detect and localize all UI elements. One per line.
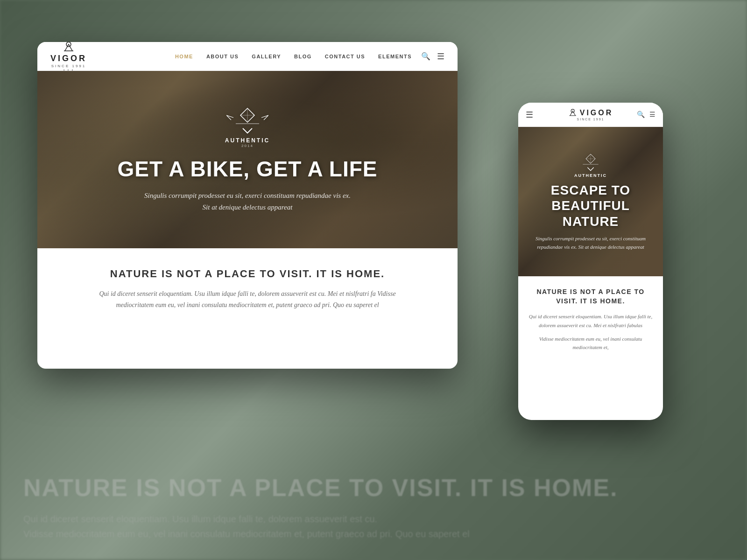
nav-link-blog[interactable]: BLOG	[294, 54, 312, 59]
nav-link-contact[interactable]: CONTACT US	[325, 54, 365, 59]
mobile-mountain-icon	[568, 108, 578, 118]
mobile-section-text-2: Vidisse mediocritatem eum eu, vel inani …	[528, 335, 654, 352]
desktop-navbar: VIGOR SINCE 1991 • • • HOME ABOUT US GAL…	[37, 42, 458, 71]
mobile-badge-text: AUTHENTIC	[574, 173, 607, 178]
desktop-brand-tagline: SINCE 1991	[51, 64, 86, 68]
desktop-nav-icons: 🔍 ☰	[421, 51, 444, 62]
search-icon[interactable]: 🔍	[421, 52, 430, 61]
mobile-badge-svg	[577, 152, 605, 173]
mobile-nav-right: 🔍 ☰	[637, 111, 655, 119]
mobile-more-icon[interactable]: ☰	[649, 111, 655, 119]
desktop-logo: VIGOR SINCE 1991 • • •	[50, 42, 87, 72]
nav-link-elements[interactable]: ELEMENTS	[378, 54, 412, 59]
mobile-content-section: NATURE IS NOT A PLACE TO VISIT. IT IS HO…	[518, 276, 663, 361]
badge-svg-icon	[226, 106, 268, 136]
mobile-mockup: ☰ VIGOR SINCE 1991 🔍 ☰	[518, 103, 663, 420]
nav-link-gallery[interactable]: GALLERY	[252, 54, 281, 59]
mobile-hero: AUTHENTIC ESCAPE TO BEAUTIFUL NATURE Sin…	[518, 127, 663, 276]
desktop-hero-subtitle: Singulis corrumpit prodesset eu sit, exe…	[144, 190, 351, 214]
logo-icon	[62, 42, 75, 54]
mobile-logo: VIGOR SINCE 1991	[568, 108, 613, 121]
mobile-hero-title: ESCAPE TO BEAUTIFUL NATURE	[518, 182, 663, 230]
desktop-nav-links: HOME ABOUT US GALLERY BLOG CONTACT US EL…	[175, 54, 412, 59]
mobile-brand-name: VIGOR	[580, 109, 613, 117]
desktop-badge-year: 2014	[241, 144, 254, 148]
nav-link-home[interactable]: HOME	[175, 54, 193, 59]
desktop-mockup: VIGOR SINCE 1991 • • • HOME ABOUT US GAL…	[37, 42, 458, 369]
mobile-menu-icon[interactable]: ☰	[526, 110, 533, 120]
desktop-hero-badge: AUTHENTIC 2014	[225, 106, 270, 148]
desktop-section-title: NATURE IS NOT A PLACE TO VISIT. IT IS HO…	[60, 268, 435, 280]
desktop-badge-text: AUTHENTIC	[225, 137, 270, 144]
menu-icon[interactable]: ☰	[437, 51, 444, 62]
nav-link-about[interactable]: ABOUT US	[206, 54, 239, 59]
mobile-navbar: ☰ VIGOR SINCE 1991 🔍 ☰	[518, 103, 663, 127]
background-small-text: Qui id diceret senserit eloquentiam. Usu…	[23, 511, 724, 541]
mobile-hero-badge: AUTHENTIC	[574, 152, 607, 178]
mobile-section-text-1: Qui id diceret senserit eloquentiam. Usu…	[528, 312, 654, 329]
mountain-icon	[62, 42, 75, 54]
desktop-section-text: Qui id diceret senserit eloquentiam. Usu…	[84, 288, 411, 311]
desktop-hero: AUTHENTIC 2014 GET A BIKE, GET A LIFE Si…	[37, 71, 458, 248]
background-large-text: NATURE IS NOT A PLACE TO VISIT. IT IS HO…	[23, 472, 724, 504]
desktop-hero-title: GET A BIKE, GET A LIFE	[118, 156, 378, 182]
mobile-search-icon[interactable]: 🔍	[637, 111, 645, 119]
mobile-hero-subtitle: Singulis corrumpit prodesset eu sit, exe…	[518, 235, 663, 251]
mobile-section-title: NATURE IS NOT A PLACE TO VISIT. IT IS HO…	[528, 287, 654, 306]
desktop-logo-dots: • • •	[63, 68, 74, 72]
desktop-content-section: NATURE IS NOT A PLACE TO VISIT. IT IS HO…	[37, 248, 458, 325]
mobile-brand-tagline: SINCE 1991	[577, 118, 605, 121]
desktop-brand-name: VIGOR	[50, 54, 87, 63]
